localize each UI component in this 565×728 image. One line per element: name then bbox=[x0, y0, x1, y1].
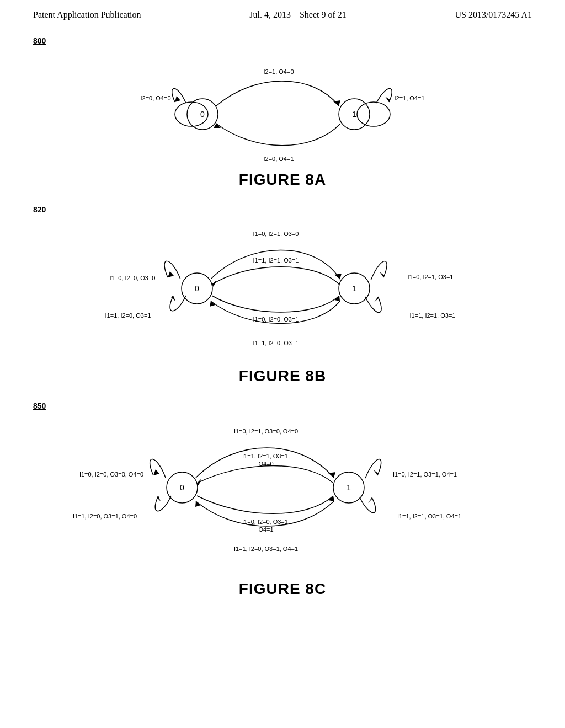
figure-8a-id: 800 bbox=[33, 36, 532, 45]
figure-8b-diagram: 0 1 bbox=[33, 220, 532, 363]
page-content: 800 0 1 bbox=[0, 25, 565, 631]
svg-marker-44 bbox=[328, 496, 334, 501]
svg-text:I2=0, O4=1: I2=0, O4=1 bbox=[263, 156, 294, 162]
figure-8b-id: 820 bbox=[33, 205, 532, 214]
svg-text:I1=1, I2=0, O3=1, O4=1: I1=1, I2=0, O3=1, O4=1 bbox=[234, 545, 298, 552]
svg-marker-40 bbox=[374, 470, 378, 475]
figure-8a-diagram: 0 1 I2=0, O4=0 bbox=[33, 51, 532, 167]
svg-marker-14 bbox=[168, 271, 174, 277]
svg-marker-24 bbox=[334, 296, 340, 301]
svg-text:O4=1: O4=1 bbox=[258, 526, 273, 533]
svg-text:I1=0, I2=1, O3=1: I1=0, I2=1, O3=1 bbox=[408, 274, 454, 280]
svg-text:1: 1 bbox=[352, 284, 356, 293]
svg-text:I2=1, O4=1: I2=1, O4=1 bbox=[394, 95, 424, 101]
svg-marker-7 bbox=[385, 97, 390, 102]
svg-text:I2=0, O4=0: I2=0, O4=0 bbox=[140, 95, 170, 101]
figure-8a-title: FIGURE 8A bbox=[33, 171, 532, 189]
svg-marker-22 bbox=[334, 274, 342, 279]
svg-marker-34 bbox=[153, 469, 159, 475]
svg-text:I1=1, I2=0, O3=1: I1=1, I2=0, O3=1 bbox=[253, 340, 299, 346]
figure-8c-section: 850 0 1 bbox=[33, 402, 532, 598]
svg-text:0: 0 bbox=[180, 483, 184, 492]
svg-text:I1=0, I2=1, O3=0, O4=0: I1=0, I2=1, O3=0, O4=0 bbox=[234, 428, 298, 435]
svg-text:I1=0, I2=0, O3=1,: I1=0, I2=0, O3=1, bbox=[242, 518, 290, 525]
svg-point-6 bbox=[357, 102, 390, 126]
svg-marker-1 bbox=[175, 96, 180, 102]
svg-text:1: 1 bbox=[352, 110, 356, 119]
header-center-date: Jul. 4, 2013 Sheet 9 of 21 bbox=[249, 10, 347, 20]
svg-marker-21 bbox=[374, 297, 379, 302]
header-left: Patent Application Publication bbox=[33, 10, 141, 20]
svg-text:I2=1, O4=0: I2=1, O4=0 bbox=[263, 68, 294, 75]
svg-text:I1=1, I2=1, O3=1, O4=1: I1=1, I2=1, O3=1, O4=1 bbox=[397, 513, 461, 520]
svg-text:I1=0, I2=0, O3=1: I1=0, I2=0, O3=1 bbox=[253, 316, 299, 323]
figure-8c-title: FIGURE 8C bbox=[33, 580, 532, 598]
svg-text:I1=0, I2=1, O3=0: I1=0, I2=1, O3=0 bbox=[253, 231, 299, 237]
svg-text:I1=0, I2=0, O3=0, O4=0: I1=0, I2=0, O3=0, O4=0 bbox=[79, 471, 143, 478]
svg-text:0: 0 bbox=[200, 110, 205, 119]
page-header: Patent Application Publication Jul. 4, 2… bbox=[0, 0, 565, 25]
svg-marker-41 bbox=[368, 497, 372, 503]
svg-marker-43 bbox=[197, 479, 201, 485]
svg-text:I1=1, I2=0, O3=1: I1=1, I2=0, O3=1 bbox=[105, 312, 151, 319]
figure-8c-diagram: 0 1 bbox=[33, 416, 532, 576]
svg-text:I1=0, I2=1, O3=1, O4=1: I1=0, I2=1, O3=1, O4=1 bbox=[393, 471, 457, 478]
svg-text:I1=0, I2=0, O3=0: I1=0, I2=0, O3=0 bbox=[110, 275, 156, 281]
svg-text:1: 1 bbox=[347, 483, 351, 492]
figure-8b-section: 820 0 1 bbox=[33, 205, 532, 385]
svg-text:I1=1, I2=1, O3=1,: I1=1, I2=1, O3=1, bbox=[242, 453, 290, 459]
figure-8c-id: 850 bbox=[33, 402, 532, 410]
figure-8b-title: FIGURE 8B bbox=[33, 367, 532, 385]
figure-8a-section: 800 0 1 bbox=[33, 36, 532, 189]
svg-text:0: 0 bbox=[195, 284, 199, 293]
svg-marker-20 bbox=[380, 272, 384, 277]
svg-text:I1=1, I2=0, O3=1, O4=0: I1=1, I2=0, O3=1, O4=0 bbox=[73, 513, 137, 520]
header-right: US 2013/0173245 A1 bbox=[455, 10, 532, 20]
svg-text:O4=0: O4=0 bbox=[258, 461, 273, 467]
svg-text:I1=1, I2=1, O3=1: I1=1, I2=1, O3=1 bbox=[410, 312, 456, 319]
patent-page: Patent Application Publication Jul. 4, 2… bbox=[0, 0, 565, 728]
svg-text:I1=1, I2=1, O3=1: I1=1, I2=1, O3=1 bbox=[253, 257, 299, 264]
